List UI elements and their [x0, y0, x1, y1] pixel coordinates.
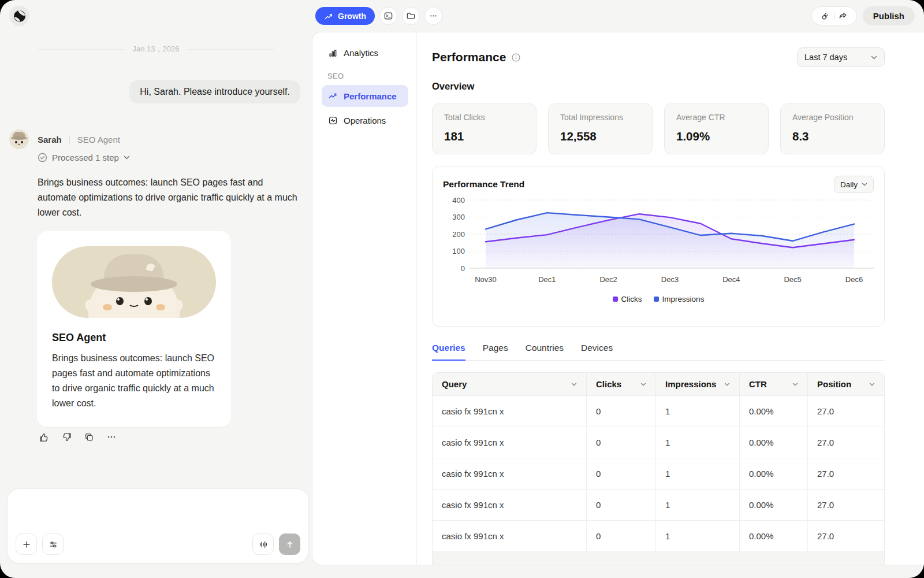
tab-devices[interactable]: Devices: [581, 343, 613, 360]
chevron-down-icon: [124, 155, 130, 160]
plug-icon[interactable]: [817, 8, 834, 25]
svg-text:100: 100: [452, 247, 465, 255]
chevron-down-icon: [871, 55, 877, 60]
page-title: Performance: [432, 50, 506, 64]
plus-icon: [21, 539, 32, 550]
sort-chevron-icon: [724, 383, 730, 386]
agent-role: SEO Agent: [77, 135, 120, 144]
column-header-query[interactable]: Query: [433, 373, 587, 395]
chat-panel: Jan 13，2026 Hi, Sarah. Please introduce …: [0, 0, 312, 578]
workspace-tab-label: Growth: [338, 12, 366, 21]
sidebar-item-label: Operations: [344, 116, 386, 125]
more-icon[interactable]: [106, 431, 117, 443]
stat-card-average-position: Average Position 8.3: [780, 103, 885, 154]
table-cell: 0: [587, 458, 656, 489]
bar-chart-icon: [327, 48, 338, 58]
sidebar-item-operations[interactable]: Operations: [322, 110, 408, 130]
sidebar-item-analytics[interactable]: Analytics: [322, 43, 408, 62]
chart-title: Performance Trend: [443, 179, 524, 190]
table-row[interactable]: casio fx 991cn x010.00%27.0: [433, 396, 884, 427]
chevron-down-icon: [862, 183, 867, 186]
column-header-position[interactable]: Position: [808, 373, 884, 395]
more-options-button[interactable]: [424, 7, 442, 25]
column-header-clicks[interactable]: Clicks: [587, 373, 656, 395]
agent-card-title: SEO Agent: [52, 332, 216, 344]
tools-button[interactable]: [42, 533, 64, 555]
svg-text:0: 0: [461, 264, 465, 273]
table-cell: 0: [587, 521, 656, 551]
table-cell: 27.0: [808, 427, 884, 458]
sidebar-item-performance[interactable]: Performance: [322, 85, 408, 107]
table-header: Query Clicks Impressions CTR: [433, 373, 884, 396]
tab-pages[interactable]: Pages: [483, 343, 508, 360]
table-cell: 27.0: [808, 490, 884, 520]
svg-text:Dec5: Dec5: [784, 275, 801, 284]
ellipsis-icon: [429, 11, 438, 21]
overview-heading: Overview: [432, 81, 924, 92]
tab-queries[interactable]: Queries: [432, 343, 465, 361]
activity-icon: [327, 116, 338, 125]
table-cell: 1: [656, 427, 740, 458]
column-header-ctr[interactable]: CTR: [740, 373, 808, 395]
date-range-value: Last 7 days: [804, 53, 847, 62]
tab-countries[interactable]: Countries: [526, 343, 564, 360]
table-cell: 0.00%: [740, 521, 808, 551]
agent-avatar: [9, 129, 29, 149]
queries-table: Query Clicks Impressions CTR: [432, 372, 885, 565]
granularity-select[interactable]: Daily: [834, 176, 874, 193]
performance-content: Performance Last 7 days Overview Total C…: [417, 32, 924, 565]
svg-text:Dec6: Dec6: [845, 275, 863, 284]
table-cell: casio fx 991cn x: [433, 490, 587, 520]
date-label: Jan 13，2026: [133, 44, 180, 54]
table-row[interactable]: casio fx 991cn x010.00%27.0: [433, 490, 884, 521]
table-cell: casio fx 991cn x: [433, 521, 587, 551]
publish-toolbar: Publish: [811, 6, 915, 25]
processed-steps-toggle[interactable]: Processed 1 step: [38, 153, 130, 162]
chat-input[interactable]: [7, 488, 309, 564]
date-divider: Jan 13，2026: [38, 44, 274, 54]
voice-input-button[interactable]: [252, 533, 274, 555]
agent-mascot-image: [52, 246, 216, 318]
legend-clicks: Clicks: [613, 295, 642, 303]
table-row[interactable]: casio fx 991cn x010.00%27.0: [433, 427, 884, 458]
table-cell: casio fx 991cn x: [433, 458, 587, 489]
assistant-response-text: Brings business outcomes: launch SEO pag…: [38, 175, 302, 220]
copy-icon[interactable]: [83, 431, 95, 443]
table-row[interactable]: casio fx 991cn x010.00%27.0: [433, 458, 884, 490]
svg-text:Nov30: Nov30: [475, 275, 497, 284]
app-logo[interactable]: [9, 6, 29, 26]
integration-pill: [811, 6, 857, 25]
publish-button[interactable]: Publish: [863, 6, 915, 25]
terminal-button[interactable]: [379, 7, 397, 25]
share-icon[interactable]: [834, 8, 852, 25]
table-cell: 1: [656, 458, 740, 489]
info-icon[interactable]: [511, 53, 521, 62]
table-cell: 0.00%: [740, 490, 808, 520]
send-button[interactable]: [279, 533, 300, 555]
stat-cards: Total Clicks 181 Total Impressions 12,55…: [432, 103, 885, 154]
svg-text:Dec3: Dec3: [661, 275, 679, 284]
table-row[interactable]: casio fx 991cn x010.00%27.0: [433, 521, 884, 552]
sliders-icon: [48, 539, 58, 550]
trending-up-icon: [327, 91, 338, 101]
date-range-select[interactable]: Last 7 days: [797, 47, 885, 67]
workspace-tab-growth[interactable]: Growth: [315, 7, 375, 25]
sidebar-item-label: Performance: [344, 91, 397, 101]
svg-text:300: 300: [452, 213, 465, 221]
stat-card-total-clicks: Total Clicks 181: [432, 103, 536, 154]
attach-button[interactable]: [16, 533, 37, 555]
table-cell: 27.0: [808, 396, 884, 427]
seo-agent-card[interactable]: SEO Agent Brings business outcomes: laun…: [37, 231, 231, 427]
legend-impressions: Impressions: [654, 295, 705, 303]
svg-text:Dec1: Dec1: [538, 275, 556, 284]
column-header-impressions[interactable]: Impressions: [656, 373, 740, 395]
sort-chevron-icon: [640, 383, 646, 386]
table-cell: 1: [656, 521, 740, 551]
table-cell: casio fx 991cn x: [433, 427, 587, 458]
granularity-value: Daily: [840, 180, 858, 189]
thumbs-up-icon[interactable]: [38, 431, 50, 443]
thumbs-down-icon[interactable]: [61, 431, 72, 443]
stat-card-average-ctr: Average CTR 1.09%: [664, 103, 769, 154]
folder-icon: [406, 11, 416, 21]
files-button[interactable]: [402, 7, 420, 25]
